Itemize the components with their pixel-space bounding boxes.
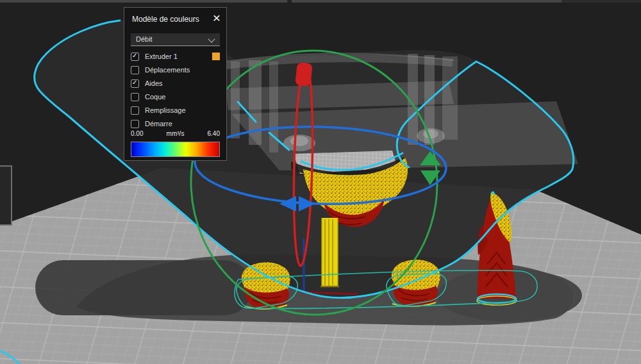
color-scheme-panel: Modèle de couleurs × Débit Extruder 1 Dé…: [124, 7, 227, 161]
gizmo-red-grip[interactable]: [295, 62, 313, 87]
panel-header: Modèle de couleurs ×: [124, 8, 226, 29]
checkbox-travels[interactable]: [131, 66, 139, 74]
dropdown-value: Débit: [136, 35, 153, 43]
list-item-label: Déplacements: [145, 66, 190, 74]
toolbar-edge-gap: [287, 0, 292, 3]
color-scheme-dropdown[interactable]: Débit: [131, 33, 220, 46]
flow-gradient-legend: [131, 142, 220, 157]
support-column: [320, 218, 339, 286]
chevron-down-icon: [208, 35, 215, 42]
checkbox-extruder1[interactable]: [131, 53, 139, 61]
toolbar-edge-strip: [0, 0, 562, 3]
viewport-3d[interactable]: Modèle de couleurs × Débit Extruder 1 Dé…: [0, 0, 641, 364]
print-preview-scene: [0, 0, 641, 364]
checkbox-shell[interactable]: [131, 93, 139, 101]
list-item-extruder1[interactable]: Extruder 1: [131, 51, 220, 64]
extruder-color-swatch: [212, 53, 220, 60]
scale-max: 6.40: [208, 130, 220, 137]
list-item-travels[interactable]: Déplacements: [131, 64, 220, 78]
list-item-label: Démarre: [145, 120, 172, 128]
flow-scale: 0.00 mm³/s 6.40: [131, 130, 220, 139]
close-icon[interactable]: ×: [213, 10, 221, 26]
checkbox-starts[interactable]: [131, 120, 139, 128]
list-item-shell[interactable]: Coque: [131, 91, 220, 104]
list-item-infill[interactable]: Remplissage: [131, 104, 220, 118]
toolbar-edge-strip-right: [562, 0, 641, 3]
checkbox-helpers[interactable]: [131, 79, 139, 88]
checkbox-infill[interactable]: [131, 106, 139, 115]
list-item-label: Extruder 1: [145, 53, 178, 60]
layer-type-list: Extruder 1 Déplacements Aides Coque Remp…: [131, 51, 220, 131]
list-item-label: Coque: [145, 93, 165, 101]
list-item-helpers[interactable]: Aides: [131, 78, 220, 91]
list-item-label: Remplissage: [145, 106, 186, 114]
left-edge-panel[interactable]: [0, 165, 12, 226]
scale-unit: mm³/s: [131, 130, 220, 137]
list-item-label: Aides: [145, 79, 163, 87]
panel-title: Modèle de couleurs: [132, 15, 199, 24]
list-item-starts[interactable]: Démarre: [131, 118, 220, 131]
